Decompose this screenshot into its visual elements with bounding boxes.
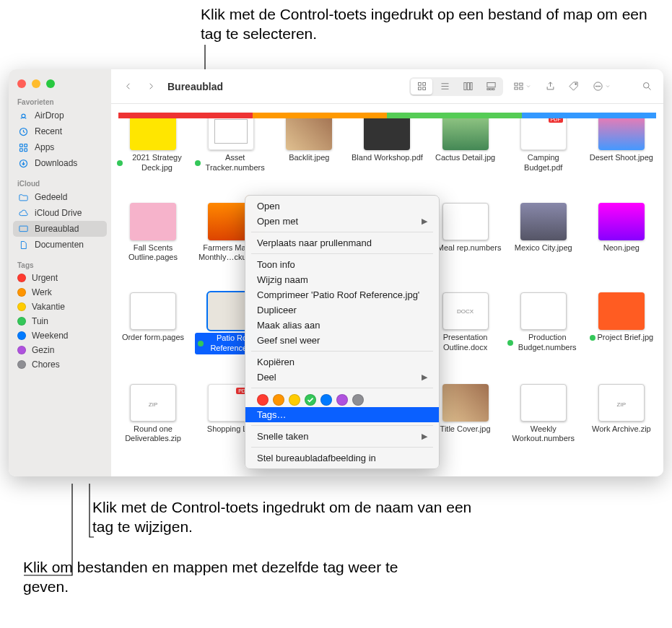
forward-button[interactable] bbox=[141, 77, 160, 96]
ctx-quicklook[interactable]: Geef snel weer bbox=[245, 333, 439, 348]
file-item[interactable]: Work Archive.zip bbox=[584, 384, 659, 468]
ctx-tag-color[interactable] bbox=[289, 394, 300, 406]
file-item[interactable]: Camping Budget.pdf bbox=[506, 113, 581, 197]
ctx-info[interactable]: Toon info bbox=[245, 257, 439, 272]
file-name: Fall Scents Outline.pages bbox=[117, 243, 189, 263]
ctx-tag-color[interactable] bbox=[257, 394, 269, 406]
window-controls bbox=[9, 75, 111, 95]
file-name: Meal rep.numbers bbox=[429, 243, 502, 253]
sidebar-item-documents[interactable]: Documenten bbox=[9, 237, 111, 253]
view-icons-button[interactable] bbox=[411, 79, 432, 95]
file-name: Mexico City.jpeg bbox=[515, 243, 572, 253]
sidebar-item-downloads[interactable]: Downloads bbox=[9, 155, 111, 171]
tag-button[interactable] bbox=[564, 77, 582, 96]
maximize-icon[interactable] bbox=[46, 79, 55, 88]
file-item[interactable]: Mexico City.jpeg bbox=[506, 203, 581, 287]
search-button[interactable] bbox=[637, 77, 656, 96]
back-button[interactable] bbox=[118, 77, 137, 96]
close-icon[interactable] bbox=[17, 79, 26, 88]
ctx-tag-color[interactable] bbox=[305, 394, 316, 406]
svg-point-23 bbox=[575, 83, 576, 84]
sidebar-tag-tuin[interactable]: Tuin bbox=[9, 314, 111, 328]
sidebar-item-desktop[interactable]: Bureaublad bbox=[13, 221, 107, 237]
ctx-quick-actions[interactable]: Snelle taken▶ bbox=[245, 429, 439, 444]
view-gallery-button[interactable] bbox=[480, 79, 502, 95]
svg-rect-19 bbox=[514, 83, 517, 85]
sidebar-tag-chores[interactable]: Chores bbox=[9, 357, 111, 372]
sidebar-tag-label: Gezin bbox=[32, 345, 54, 355]
ctx-wallpaper[interactable]: Stel bureaubladafbeelding in bbox=[245, 450, 439, 466]
sidebar-item-label: AirDrop bbox=[35, 110, 64, 121]
sidebar-tag-label: Werk bbox=[32, 287, 52, 297]
ctx-tags[interactable]: Tags… bbox=[245, 407, 439, 422]
ctx-copy[interactable]: Kopiëren bbox=[245, 354, 439, 370]
file-item[interactable]: Fall Scents Outline.pages bbox=[115, 203, 191, 287]
file-thumbnail bbox=[130, 384, 176, 422]
view-columns-button[interactable] bbox=[457, 79, 479, 95]
view-list-button[interactable] bbox=[434, 79, 455, 95]
ctx-trash[interactable]: Verplaats naar prullenmand bbox=[245, 235, 439, 250]
sidebar-tag-weekend[interactable]: Weekend bbox=[9, 328, 111, 343]
file-item[interactable]: Weekly Workout.numbers bbox=[506, 384, 581, 468]
more-button[interactable] bbox=[587, 77, 616, 96]
svg-rect-10 bbox=[418, 87, 421, 90]
svg-rect-21 bbox=[519, 83, 522, 85]
file-item[interactable]: 2021 Strategy Deck.jpg bbox=[115, 113, 191, 197]
menu-separator bbox=[251, 253, 433, 254]
file-item[interactable]: Bland Workshop.pdf bbox=[349, 113, 424, 197]
svg-rect-3 bbox=[24, 144, 27, 147]
file-name: Presentation Outline.docx bbox=[429, 333, 502, 353]
sidebar-item-iclouddrive[interactable]: iCloud Drive bbox=[9, 205, 111, 221]
group-button[interactable] bbox=[507, 77, 536, 96]
file-name: Production Budget.numbers bbox=[507, 333, 580, 353]
ctx-duplicate[interactable]: Dupliceer bbox=[245, 302, 439, 318]
file-item[interactable]: Backlit.jpeg bbox=[271, 113, 346, 197]
ctx-compress[interactable]: Comprimeer 'Patio Roof Reference.jpg' bbox=[245, 287, 439, 302]
svg-rect-14 bbox=[470, 83, 472, 90]
chevron-right-icon: ▶ bbox=[422, 432, 427, 441]
ctx-tag-color[interactable] bbox=[336, 394, 348, 406]
ctx-alias[interactable]: Maak alias aan bbox=[245, 318, 439, 333]
apps-icon bbox=[17, 141, 29, 153]
sidebar-tag-vakantie[interactable]: Vakantie bbox=[9, 300, 111, 314]
clock-icon bbox=[17, 126, 29, 137]
ctx-open-with[interactable]: Open met▶ bbox=[245, 214, 439, 229]
ctx-rename[interactable]: Wijzig naam bbox=[245, 272, 439, 287]
chevron-right-icon: ▶ bbox=[422, 217, 427, 226]
file-item[interactable]: Asset Tracker.numbers bbox=[193, 113, 269, 197]
share-button[interactable] bbox=[541, 77, 559, 96]
ctx-open[interactable]: Open bbox=[245, 199, 439, 214]
sidebar-item-apps[interactable]: Apps bbox=[9, 139, 111, 155]
ctx-tag-color[interactable] bbox=[273, 394, 284, 406]
sidebar-item-label: Recent bbox=[35, 126, 62, 136]
window-title: Bureaublad bbox=[167, 81, 223, 92]
file-item[interactable]: Cactus Detail.jpg bbox=[428, 113, 503, 197]
svg-rect-7 bbox=[19, 226, 27, 232]
file-name: Neon.jpeg bbox=[603, 243, 640, 253]
file-name: Round one Deliverables.zip bbox=[117, 424, 189, 445]
sidebar-item-airdrop[interactable]: AirDrop bbox=[9, 108, 111, 123]
minimize-icon[interactable] bbox=[32, 79, 40, 88]
sidebar-tag-werk[interactable]: Werk bbox=[9, 285, 111, 300]
file-item[interactable]: Order form.pages bbox=[115, 292, 191, 378]
sidebar-item-shared[interactable]: Gedeeld bbox=[9, 189, 111, 205]
file-name: Title Cover.jpg bbox=[440, 424, 491, 435]
ctx-tag-color[interactable] bbox=[352, 394, 364, 406]
sidebar-section-favorites: Favorieten bbox=[9, 95, 111, 108]
ctx-tag-color[interactable] bbox=[320, 394, 332, 406]
sidebar-section-tags: Tags bbox=[9, 258, 111, 271]
context-menu: Open Open met▶ Verplaats naar prullenman… bbox=[245, 195, 440, 469]
file-item[interactable]: Project Brief.jpg bbox=[584, 292, 659, 378]
file-item[interactable]: Round one Deliverables.zip bbox=[115, 384, 191, 468]
file-name: 2021 Strategy Deck.jpg bbox=[117, 153, 189, 173]
file-item[interactable]: Production Budget.numbers bbox=[506, 292, 581, 378]
file-item[interactable]: Desert Shoot.jpeg bbox=[584, 113, 659, 197]
sidebar: Favorieten AirDrop Recent Apps Downloads… bbox=[9, 69, 111, 476]
sidebar-tag-label: Tuin bbox=[32, 316, 48, 326]
sidebar-tag-gezin[interactable]: Gezin bbox=[9, 343, 111, 357]
sidebar-tag-urgent[interactable]: Urgent bbox=[9, 271, 111, 285]
file-item[interactable]: Neon.jpeg bbox=[584, 203, 659, 287]
ctx-share[interactable]: Deel▶ bbox=[245, 370, 439, 385]
svg-rect-5 bbox=[24, 148, 27, 151]
sidebar-item-recent[interactable]: Recent bbox=[9, 123, 111, 139]
